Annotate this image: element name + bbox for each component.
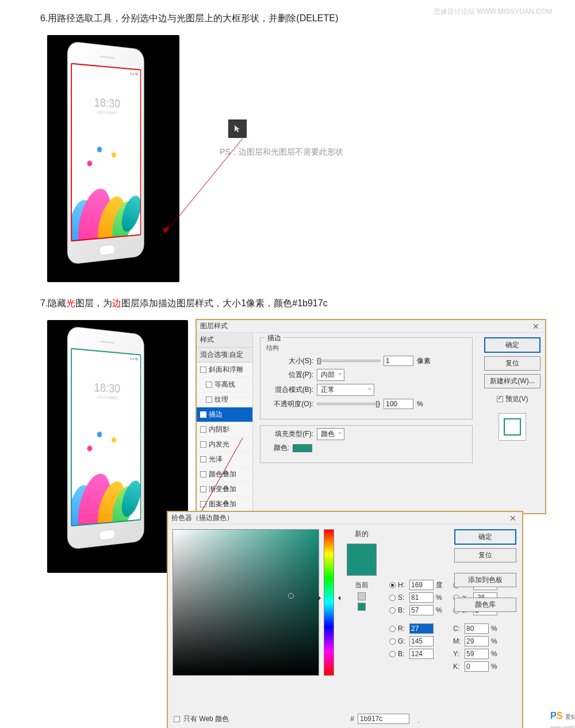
watermark-logo: PS 爱好者 www.psahz.com bbox=[550, 711, 575, 728]
radio-b2[interactable] bbox=[389, 651, 396, 657]
color-picker-dialog: 拾色器（描边颜色） ✕ 新的 当前 H:169度 S:81% bbox=[167, 511, 523, 728]
arrow-annotation bbox=[159, 136, 246, 236]
figure-7: ▮ ◢ ▮▮ 18:30 10月21日星期三 图层样式 ✕ 样式 混合选项:自 bbox=[47, 320, 559, 728]
style-stroke[interactable]: 描边 bbox=[197, 407, 252, 422]
s-input[interactable]: 81 bbox=[409, 592, 434, 603]
new-label: 新的 bbox=[355, 529, 369, 539]
figure-6: ▮ ◢ ▮▮ 18:30 10月21日星期三 PS：边图层和光图层不需要此形状 bbox=[47, 35, 358, 291]
lock-date: 10月21日星期三 bbox=[97, 110, 117, 115]
preview-box bbox=[499, 413, 526, 441]
opacity-slider[interactable] bbox=[317, 403, 380, 405]
y-input[interactable]: 59 bbox=[465, 649, 489, 659]
b2-input[interactable]: 124 bbox=[409, 649, 434, 659]
layer-style-dialog: 图层样式 ✕ 样式 混合选项:自定 斜面和浮雕 等高线 纹理 描边 内阴影 内发… bbox=[195, 319, 546, 514]
add-to-swatches-button[interactable]: 添加到色板 bbox=[454, 573, 516, 587]
arrow-to-hex bbox=[352, 722, 427, 723]
radio-s[interactable] bbox=[389, 595, 396, 601]
stroke-panel: 描边 结构 大小(S): 1 像素 位置(P): 内部 混合模式(B): 正 bbox=[253, 333, 480, 513]
svg-line-0 bbox=[165, 138, 243, 233]
color-library-button[interactable]: 颜色库 bbox=[454, 598, 516, 612]
style-texture[interactable]: 纹理 bbox=[197, 392, 252, 407]
position-select[interactable]: 内部 bbox=[317, 369, 344, 381]
hue-slider[interactable] bbox=[324, 529, 334, 676]
new-style-button[interactable]: 新建样式(W)... bbox=[484, 374, 540, 388]
blend-mode-select[interactable]: 正常 bbox=[317, 384, 374, 396]
dialog-title: 图层样式 bbox=[200, 321, 228, 331]
web-only-checkbox[interactable] bbox=[174, 716, 180, 722]
web-only-label: 只有 Web 颜色 bbox=[183, 714, 229, 724]
blend-mode-label: 混合模式(B): bbox=[266, 385, 313, 395]
lock-time: 18:30 bbox=[94, 95, 120, 111]
websafe-swatch[interactable] bbox=[358, 603, 366, 611]
fill-type-label: 填充类型(F): bbox=[266, 429, 313, 439]
radio-h[interactable] bbox=[389, 582, 396, 588]
opacity-label: 不透明度(O): bbox=[266, 399, 313, 409]
close-icon[interactable]: ✕ bbox=[507, 514, 519, 523]
style-bevel[interactable]: 斜面和浮雕 bbox=[197, 363, 252, 378]
cube-icon[interactable] bbox=[358, 592, 366, 600]
style-contour[interactable]: 等高线 bbox=[197, 378, 252, 392]
watermark: 思缘设计论坛 WWW.MISSYUAN.COM bbox=[434, 7, 552, 17]
styles-header[interactable]: 样式 bbox=[197, 333, 252, 348]
radio-r[interactable] bbox=[389, 626, 396, 632]
close-icon[interactable]: ✕ bbox=[530, 322, 542, 331]
saturation-value-field[interactable] bbox=[172, 529, 319, 676]
blend-options[interactable]: 混合选项:自定 bbox=[197, 348, 252, 363]
status-bar: ▮ ◢ ▮▮ bbox=[130, 71, 138, 76]
reset-button[interactable]: 复位 bbox=[484, 356, 540, 371]
fill-type-select[interactable]: 颜色 bbox=[317, 428, 344, 440]
r-input[interactable]: 27 bbox=[409, 623, 434, 634]
color-label: 颜色: bbox=[266, 443, 289, 453]
size-slider[interactable] bbox=[317, 360, 380, 362]
radio-b[interactable] bbox=[389, 607, 396, 614]
c-input[interactable]: 80 bbox=[465, 623, 489, 634]
m-input[interactable]: 29 bbox=[465, 636, 489, 646]
size-input[interactable]: 1 bbox=[384, 356, 413, 366]
picker-ok-button[interactable]: 确定 bbox=[454, 529, 516, 545]
picker-reset-button[interactable]: 复位 bbox=[454, 548, 516, 563]
ok-button[interactable]: 确定 bbox=[484, 337, 540, 353]
picker-title: 拾色器（描边颜色） bbox=[171, 513, 233, 523]
b-input[interactable]: 57 bbox=[409, 605, 434, 615]
g-input[interactable]: 145 bbox=[409, 636, 434, 646]
current-label: 当前 bbox=[355, 580, 369, 590]
k-input[interactable]: 0 bbox=[465, 661, 489, 672]
opacity-input[interactable]: 100 bbox=[384, 399, 413, 409]
position-label: 位置(P): bbox=[266, 370, 313, 380]
svg-marker-7 bbox=[418, 722, 424, 723]
step7-title: 7.隐藏光图层，为边图层添加描边图层样式，大小1像素，颜色#1b917c bbox=[40, 298, 535, 310]
new-current-swatch[interactable] bbox=[347, 544, 377, 576]
preview-checkbox[interactable]: 预览(V) bbox=[497, 394, 528, 404]
h-input[interactable]: 169 bbox=[409, 580, 434, 590]
radio-g[interactable] bbox=[389, 638, 396, 645]
size-label: 大小(S): bbox=[266, 356, 313, 366]
